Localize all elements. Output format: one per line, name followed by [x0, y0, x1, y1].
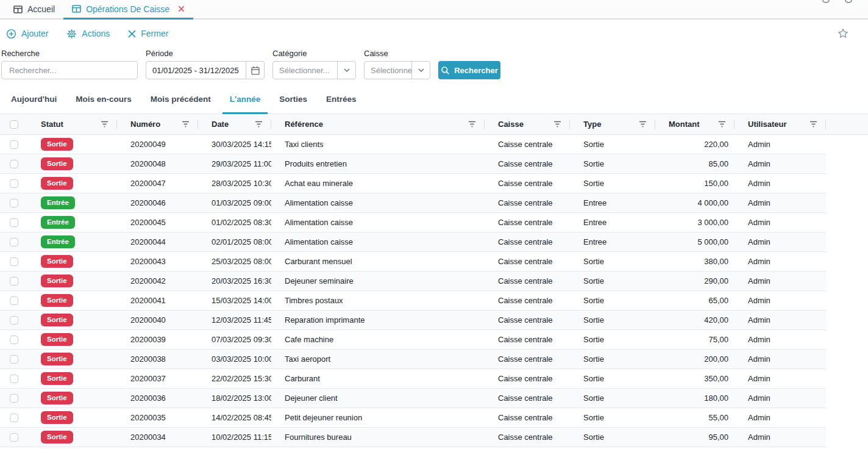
row-checkbox[interactable] [10, 140, 18, 149]
cell-statut: Sortie [27, 138, 117, 150]
table-row[interactable]: Sortie2020003514/02/2025 08:45Petit deje… [0, 408, 826, 428]
row-checkbox-cell [0, 316, 27, 325]
cell-statut: Sortie [27, 411, 117, 423]
cell-type: Sortie [570, 140, 655, 149]
table-row[interactable]: Sortie2020003722/02/2025 15:30CarburantC… [0, 369, 826, 389]
table-row[interactable]: Sortie2020003410/02/2025 11:15Fourniture… [0, 428, 826, 447]
cell-type: Entree [570, 198, 655, 207]
cell-montant: 65,00 [655, 296, 735, 305]
column-header-caisse[interactable]: Caisse [485, 114, 570, 134]
column-header-type[interactable]: Type [570, 114, 655, 134]
cell-type: Entree [570, 218, 655, 227]
table-row[interactable]: Sortie2020003618/02/2025 13:00Dejeuner c… [0, 389, 826, 408]
row-checkbox[interactable] [10, 160, 18, 168]
row-checkbox[interactable] [10, 257, 18, 266]
cell-statut: Entrée [27, 235, 117, 248]
cash-label: Caisse [364, 49, 430, 58]
cash-value: Sélectionne [365, 66, 411, 75]
row-checkbox[interactable] [10, 238, 18, 246]
cell-type: Sortie [570, 296, 655, 305]
cash-select[interactable]: Sélectionne [364, 61, 430, 79]
search-icon [441, 66, 450, 75]
column-header-montant[interactable]: Montant [655, 114, 735, 134]
cell-caisse: Caisse centrale [485, 315, 570, 325]
cash-dropdown-toggle[interactable] [411, 62, 430, 79]
quicktab-entr-es[interactable]: Entrées [319, 85, 364, 113]
row-checkbox[interactable] [10, 316, 18, 325]
row-checkbox[interactable] [10, 179, 18, 188]
table-row[interactable]: Sortie2020004012/03/2025 11:45Reparation… [0, 311, 826, 330]
search-input[interactable] [2, 62, 137, 79]
table-header: StatutNuméroDateRéférenceCaisseTypeMonta… [0, 114, 868, 135]
table-row[interactable]: Entrée2020004501/02/2025 08:30Alimentati… [0, 213, 826, 232]
row-checkbox[interactable] [10, 375, 18, 383]
table-row[interactable]: Sortie2020004325/03/2025 08:00Carburant … [0, 252, 826, 271]
column-header-date[interactable]: Date [198, 114, 271, 134]
select-all-checkbox[interactable] [10, 120, 18, 129]
add-button[interactable]: Ajouter [6, 29, 48, 39]
row-checkbox[interactable] [10, 199, 18, 207]
table-row[interactable]: Sortie2020004115/03/2025 14:00Timbres po… [0, 291, 826, 311]
row-checkbox[interactable] [10, 277, 18, 286]
category-dropdown-toggle[interactable] [337, 62, 355, 79]
row-checkbox[interactable] [10, 355, 18, 364]
actions-button[interactable]: Actions [66, 29, 110, 39]
category-select[interactable]: Sélectionner... [272, 61, 356, 79]
table-row[interactable]: Entrée2020004601/03/2025 09:00Alimentati… [0, 193, 826, 213]
filter-icon[interactable] [182, 121, 190, 128]
status-badge: Sortie [41, 138, 73, 150]
row-checkbox-cell [0, 355, 27, 364]
table-row[interactable]: Sortie2020004220/03/2025 16:30Dejeuner s… [0, 271, 826, 291]
filter-icon[interactable] [809, 121, 817, 128]
table-row[interactable]: Sortie2020003803/03/2025 10:00Taxi aerop… [0, 350, 826, 369]
row-checkbox-cell [0, 257, 27, 266]
quicktab-mois-pr-c-dent[interactable]: Mois précédent [143, 85, 218, 113]
period-input[interactable]: 01/01/2025 - 31/12/2025 [146, 61, 265, 79]
table-row[interactable]: Sortie2020004930/03/2025 14:15Taxi clien… [0, 135, 826, 154]
cell-utilisateur: Admin [735, 140, 826, 149]
cell-statut: Sortie [27, 314, 117, 326]
row-checkbox[interactable] [10, 433, 18, 442]
cell-type: Sortie [570, 315, 655, 325]
column-header-num-ro[interactable]: Numéro [117, 114, 198, 134]
column-header-utilisateur[interactable]: Utilisateur [735, 114, 826, 134]
tab-operations-de-caisse[interactable]: Opérations De Caisse [63, 0, 193, 20]
cell-date: 15/03/2025 14:00 [198, 296, 271, 305]
cell-caisse: Caisse centrale [485, 354, 570, 364]
filter-icon[interactable] [639, 121, 647, 128]
column-header-statut[interactable]: Statut [27, 114, 117, 134]
quicktab-aujourd-hui[interactable]: Aujourd'hui [4, 85, 64, 113]
cell-caisse: Caisse centrale [485, 413, 570, 422]
column-header-r-f-rence[interactable]: Référence [271, 114, 485, 134]
filter-icon[interactable] [255, 121, 263, 128]
table-row[interactable]: Entrée2020004402/01/2025 08:00Alimentati… [0, 232, 826, 252]
calendar-button[interactable] [246, 62, 264, 79]
search-button[interactable]: Rechercher [438, 61, 500, 79]
cell-reference: Achat eau minerale [271, 179, 485, 188]
row-checkbox[interactable] [10, 336, 18, 344]
tab-accueil[interactable]: Accueil [5, 0, 63, 18]
cell-date: 20/03/2025 16:30 [198, 276, 271, 286]
filter-icon[interactable] [101, 121, 108, 128]
quicktab-l-ann-e[interactable]: L'année [222, 85, 268, 113]
quicktab-sorties[interactable]: Sorties [272, 85, 315, 113]
filter-icon[interactable] [553, 121, 561, 128]
close-button[interactable]: Fermer [128, 29, 168, 38]
filter-icon[interactable] [468, 121, 476, 128]
quicktab-mois-en-cours[interactable]: Mois en-cours [68, 85, 139, 113]
cell-reference: Carburant mensuel [271, 257, 485, 266]
cell-montant: 220,00 [655, 140, 735, 149]
row-checkbox[interactable] [10, 218, 18, 227]
table-row[interactable]: Sortie2020004829/03/2025 11:00Produits e… [0, 154, 826, 174]
row-checkbox[interactable] [10, 394, 18, 403]
add-button-label: Ajouter [21, 29, 48, 38]
table-row[interactable]: Sortie2020004728/03/2025 10:30Achat eau … [0, 174, 826, 193]
row-checkbox[interactable] [10, 414, 18, 422]
table-row[interactable]: Sortie2020003907/03/2025 09:30Cafe machi… [0, 330, 826, 350]
favorite-star-icon[interactable] [838, 28, 848, 39]
cell-numero: 20200047 [117, 179, 198, 188]
row-checkbox[interactable] [10, 296, 18, 305]
filter-icon[interactable] [718, 121, 726, 128]
cell-date: 18/02/2025 13:00 [198, 393, 271, 403]
close-tab-icon[interactable] [178, 5, 185, 12]
